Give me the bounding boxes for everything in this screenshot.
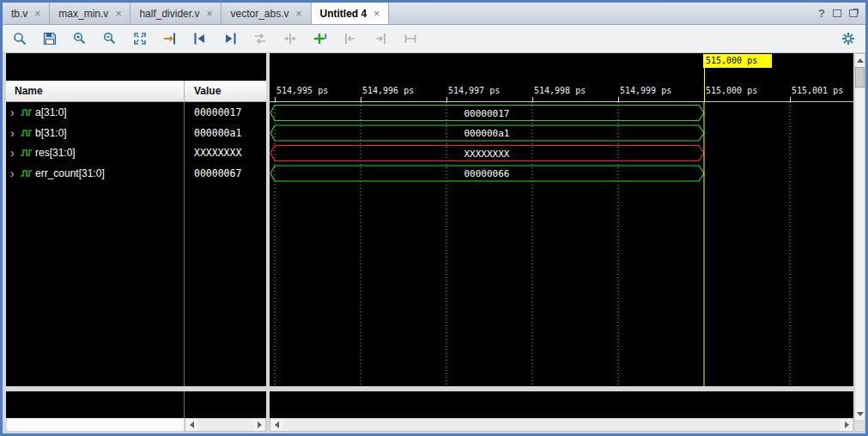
time-tick-label: 514,997 ps [448,86,500,95]
signal-row-b[interactable]: › b[31:0] 000000a1 [6,124,266,143]
close-icon[interactable]: × [34,8,40,20]
save-icon [42,31,58,46]
waveform-viewer-window: tb.v × max_min.v × half_divider.v × vect… [0,0,868,436]
zoom-in-button[interactable] [70,29,89,48]
close-icon[interactable]: × [206,8,212,20]
column-resize-handle[interactable] [184,81,185,102]
tab-max-min-v[interactable]: max_min.v × [50,3,131,24]
scrollbar-corner [855,421,865,431]
tab-label: half_divider.v [139,8,199,20]
bus-wave-icon [20,168,33,179]
gear-icon [841,31,856,46]
bus-value-label: 00000017 [464,108,510,119]
zoom-out-icon [102,31,118,46]
tab-label: tb.v [11,8,27,20]
down-arrow-icon [857,412,864,416]
signal-name: res[31:0] [35,143,76,163]
signals-hscroll-row [6,418,266,432]
scrollbar-thumb[interactable] [855,67,865,88]
time-tick-label: 514,999 ps [620,86,671,95]
next-transition-icon [222,31,238,46]
tab-label: vector_abs.v [230,8,288,20]
find-icon [12,31,27,46]
close-icon[interactable]: × [373,8,379,20]
wave-panel: 515,000 ps 514,995 ps 514,996 ps 514,997… [270,53,853,432]
signal-value: 00000067 [194,164,241,184]
help-icon[interactable]: ? [818,7,825,20]
tab-vector-abs-v[interactable]: vector_abs.v × [222,3,311,24]
next-marker-button[interactable] [371,29,390,48]
signal-name: err_count[31:0] [35,164,105,184]
bus-value-label: XXXXXXXX [464,148,510,160]
bus-value-label: 00000066 [464,168,510,179]
tab-tb-v[interactable]: tb.v × [3,3,50,24]
right-arrow-icon [258,421,262,428]
signal-name: b[31:0] [35,124,67,143]
scroll-up-button[interactable] [855,54,865,66]
zoom-to-cursor-icon [162,31,178,46]
time-tick-label: 515,001 ps [792,86,843,95]
scroll-right-button[interactable] [841,419,853,431]
tabbar-window-controls: ? [818,3,865,24]
wave-bus-b: 000000a1 [270,125,704,141]
signal-row-res[interactable]: › res[31:0] XXXXXXXX [6,143,266,163]
swap-cursors-button[interactable] [251,29,270,48]
snap-to-transition-button[interactable] [281,29,300,48]
wave-toolbar [3,25,865,53]
tab-label: max_min.v [58,8,108,20]
close-icon[interactable]: × [296,8,302,20]
float-window-icon[interactable] [849,9,858,17]
wave-canvas[interactable]: 00000017 000000a1 XXXXXXXX 00000066 [270,102,853,386]
time-tick-label: 514,998 ps [534,86,586,95]
next-marker-icon [373,31,388,46]
value-horizontal-scrollbar[interactable] [185,418,266,432]
signal-row-a[interactable]: › a[31:0] 00000017 [6,103,266,123]
previous-transition-button[interactable] [191,29,209,48]
add-marker-icon [313,31,328,46]
save-waveform-button[interactable] [40,29,59,48]
add-marker-button[interactable] [311,29,330,48]
scroll-down-button[interactable] [855,408,865,420]
bus-wave-icon [20,148,33,158]
previous-marker-button[interactable] [341,29,360,48]
scroll-right-button[interactable] [253,419,265,431]
next-transition-button[interactable] [221,29,240,48]
cursor-time-badge[interactable]: 515,000 ps [703,54,772,68]
swap-cursors-icon [252,31,268,46]
expand-chevron-icon[interactable]: › [10,167,15,180]
marker-range-button[interactable] [401,29,420,48]
find-button[interactable] [10,29,29,48]
bus-wave-icon [20,107,33,118]
expand-chevron-icon[interactable]: › [10,106,15,119]
tab-half-divider-v[interactable]: half_divider.v × [131,3,222,24]
scroll-left-button[interactable] [185,419,197,431]
signal-list: › a[31:0] 00000017 › b[31:0] 000000a1 › … [6,102,266,386]
wave-horizontal-scrollbar[interactable] [270,418,853,432]
up-arrow-icon [857,58,864,63]
close-icon[interactable]: × [115,8,121,20]
settings-button[interactable] [839,29,858,48]
wave-panel-lower [270,391,853,418]
tab-untitled-4[interactable]: Untitled 4 × [312,3,390,24]
expand-chevron-icon[interactable]: › [10,146,15,160]
name-scroll-spacer [6,418,185,432]
maximize-icon[interactable] [833,9,841,17]
signal-name: a[31:0] [35,103,67,123]
signals-panel-lower [6,391,266,418]
expand-chevron-icon[interactable]: › [10,126,15,140]
time-cursor-line-upper [704,68,705,102]
wave-bus-res: XXXXXXXX [270,146,704,161]
tab-bar: tb.v × max_min.v × half_divider.v × vect… [3,3,865,25]
wave-window-body: Name Value › a[31:0] 00000017 › b[31:0] … [3,53,865,433]
zoom-fit-button[interactable] [131,29,149,48]
vertical-scrollbar[interactable] [854,53,865,432]
bus-value-label: 000000a1 [464,128,510,139]
zoom-to-cursor-button[interactable] [161,29,179,48]
left-arrow-icon [275,421,279,428]
signal-row-err-count[interactable]: › err_count[31:0] 00000067 [6,164,266,184]
left-arrow-icon [190,421,194,428]
signal-value: XXXXXXXX [194,143,241,163]
signals-header-row: Name Value [6,81,266,102]
zoom-out-button[interactable] [100,29,119,48]
scroll-left-button[interactable] [270,419,282,431]
